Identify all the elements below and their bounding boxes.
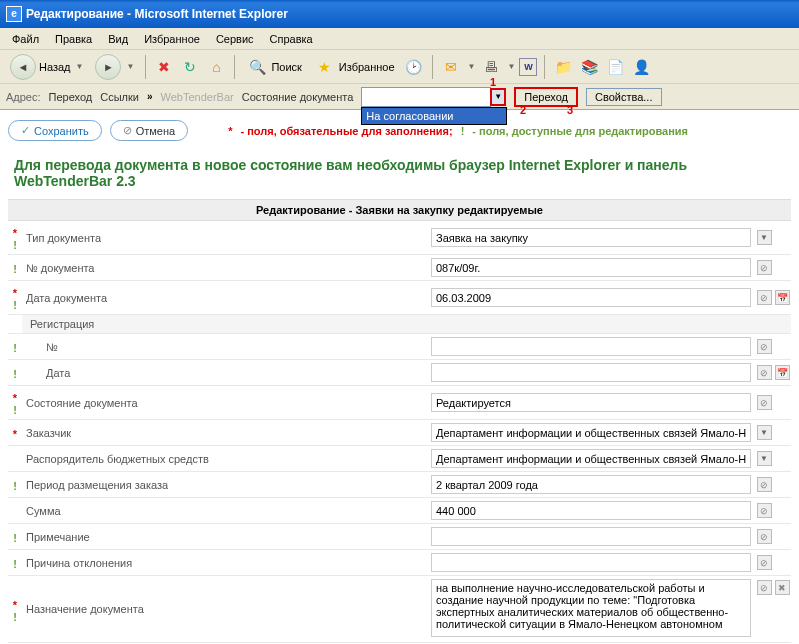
doc-state-dropdown-button[interactable]: ▼ bbox=[490, 88, 506, 106]
lock-icon: ⊘ bbox=[757, 365, 772, 380]
label-purpose: Назначение документа bbox=[22, 576, 427, 643]
forward-arrow-icon: ► bbox=[95, 54, 121, 80]
separator bbox=[234, 55, 235, 79]
dropdown-icon[interactable]: ▼ bbox=[757, 425, 772, 440]
period-field[interactable] bbox=[431, 475, 751, 494]
lock-icon: ⊘ bbox=[757, 339, 772, 354]
word-icon[interactable]: W bbox=[519, 58, 537, 76]
calendar-icon[interactable]: 📅 bbox=[775, 365, 790, 380]
reg-num-field[interactable] bbox=[431, 337, 751, 356]
label-doc-type: Тип документа bbox=[22, 221, 427, 255]
dropdown-icon[interactable]: ▼ bbox=[757, 230, 772, 245]
lock-icon: ⊘ bbox=[757, 477, 772, 492]
state-option[interactable]: На согласовании bbox=[366, 110, 453, 122]
label-reg-num: № bbox=[22, 334, 427, 360]
dropdown-icon[interactable]: ▼ bbox=[757, 451, 772, 466]
required-marker: * bbox=[228, 125, 232, 137]
chevron-down-icon: ▼ bbox=[126, 62, 134, 71]
customer-field[interactable] bbox=[431, 423, 751, 442]
chevron-right-icon[interactable]: » bbox=[147, 91, 153, 102]
label-doc-date: Дата документа bbox=[22, 281, 427, 315]
annotation-2: 2 bbox=[520, 104, 526, 116]
reject-field[interactable] bbox=[431, 553, 751, 572]
lock-icon: ⊘ bbox=[757, 529, 772, 544]
back-arrow-icon: ◄ bbox=[10, 54, 36, 80]
doc-state-dropdown-list[interactable]: На согласовании bbox=[361, 107, 507, 125]
notice-text: Для перевода документа в новое состояние… bbox=[8, 147, 791, 199]
stop-icon[interactable]: ✖ bbox=[153, 56, 175, 78]
lock-icon: ⊘ bbox=[757, 260, 772, 275]
label-note: Примечание bbox=[22, 524, 427, 550]
home-icon[interactable]: ⌂ bbox=[205, 56, 227, 78]
links-label[interactable]: Ссылки bbox=[100, 91, 139, 103]
menu-edit[interactable]: Правка bbox=[47, 30, 100, 48]
reg-date-field[interactable] bbox=[431, 363, 751, 382]
menu-view[interactable]: Вид bbox=[100, 30, 136, 48]
back-button[interactable]: ◄ Назад ▼ bbox=[6, 52, 87, 82]
search-button[interactable]: 🔍 Поиск bbox=[242, 54, 305, 80]
cancel-button[interactable]: ⊘ Отмена bbox=[110, 120, 188, 141]
menu-file[interactable]: Файл bbox=[4, 30, 47, 48]
menubar: Файл Правка Вид Избранное Сервис Справка bbox=[0, 28, 799, 50]
search-icon: 🔍 bbox=[246, 56, 268, 78]
window-title: Редактирование - Microsoft Internet Expl… bbox=[26, 7, 288, 21]
editable-marker: ! bbox=[461, 125, 465, 137]
legend-required-text: - поля, обязательные для заполнения; bbox=[240, 125, 452, 137]
calendar-icon[interactable]: 📅 bbox=[775, 290, 790, 305]
check-icon: ✓ bbox=[21, 124, 30, 137]
lock-icon: ⊘ bbox=[757, 503, 772, 518]
save-button[interactable]: ✓ Сохранить bbox=[8, 120, 102, 141]
menu-favorites[interactable]: Избранное bbox=[136, 30, 208, 48]
doc-num-field[interactable] bbox=[431, 258, 751, 277]
label-doc-num: № документа bbox=[22, 255, 427, 281]
clear-icon[interactable]: ✖ bbox=[775, 580, 790, 595]
research-icon[interactable]: 📚 bbox=[578, 56, 600, 78]
cancel-icon: ⊘ bbox=[123, 124, 132, 137]
webtenderbar-label[interactable]: WebTenderBar bbox=[161, 91, 234, 103]
favorites-button[interactable]: ★ Избранное bbox=[310, 54, 399, 80]
state-label: Состояние документа bbox=[242, 91, 354, 103]
lock-icon: ⊘ bbox=[757, 395, 772, 410]
page-icon[interactable]: 📄 bbox=[604, 56, 626, 78]
label-reject: Причина отклонения bbox=[22, 550, 427, 576]
legend-editable-text: - поля, доступные для редактирования bbox=[472, 125, 688, 137]
main-toolbar: ◄ Назад ▼ ► ▼ ✖ ↻ ⌂ 🔍 Поиск ★ Избранное … bbox=[0, 50, 799, 84]
label-period: Период размещения заказа bbox=[22, 472, 427, 498]
print-icon[interactable]: 🖶 bbox=[480, 56, 502, 78]
state-field[interactable] bbox=[431, 393, 751, 412]
lock-icon: ⊘ bbox=[757, 580, 772, 595]
section-title: Редактирование - Заявки на закупку редак… bbox=[8, 199, 791, 221]
purpose-field[interactable] bbox=[431, 579, 751, 637]
annotation-1: 1 bbox=[490, 76, 496, 88]
doc-state-input[interactable] bbox=[361, 87, 491, 107]
folder-icon[interactable]: 📁 bbox=[552, 56, 574, 78]
page-content: ✓ Сохранить ⊘ Отмена * - поля, обязатель… bbox=[0, 110, 799, 644]
mail-icon[interactable]: ✉ bbox=[440, 56, 462, 78]
messenger-icon[interactable]: 👤 bbox=[630, 56, 652, 78]
manager-field[interactable] bbox=[431, 449, 751, 468]
label-state: Состояние документа bbox=[22, 386, 427, 420]
history-icon[interactable]: 🕑 bbox=[403, 56, 425, 78]
refresh-icon[interactable]: ↻ bbox=[179, 56, 201, 78]
note-field[interactable] bbox=[431, 527, 751, 546]
label-manager: Распорядитель бюджетных средств bbox=[22, 446, 427, 472]
chevron-down-icon: ▼ bbox=[508, 62, 516, 71]
sum-field[interactable] bbox=[431, 501, 751, 520]
label-reg-date: Дата bbox=[22, 360, 427, 386]
menu-help[interactable]: Справка bbox=[262, 30, 321, 48]
address-label: Адрес: bbox=[6, 91, 41, 103]
separator bbox=[432, 55, 433, 79]
properties-button[interactable]: Свойства... bbox=[586, 88, 661, 106]
annotation-3: 3 bbox=[567, 104, 573, 116]
label-customer: Заказчик bbox=[22, 420, 427, 446]
address-perehod[interactable]: Переход bbox=[49, 91, 93, 103]
separator bbox=[145, 55, 146, 79]
doc-date-field[interactable] bbox=[431, 288, 751, 307]
doc-type-field[interactable] bbox=[431, 228, 751, 247]
address-bar: Адрес: Переход Ссылки » WebTenderBar Сос… bbox=[0, 84, 799, 110]
forward-button[interactable]: ► ▼ bbox=[91, 52, 138, 82]
chevron-down-icon: ▼ bbox=[76, 62, 84, 71]
chevron-down-icon: ▼ bbox=[468, 62, 476, 71]
menu-tools[interactable]: Сервис bbox=[208, 30, 262, 48]
label-sum: Сумма bbox=[22, 498, 427, 524]
